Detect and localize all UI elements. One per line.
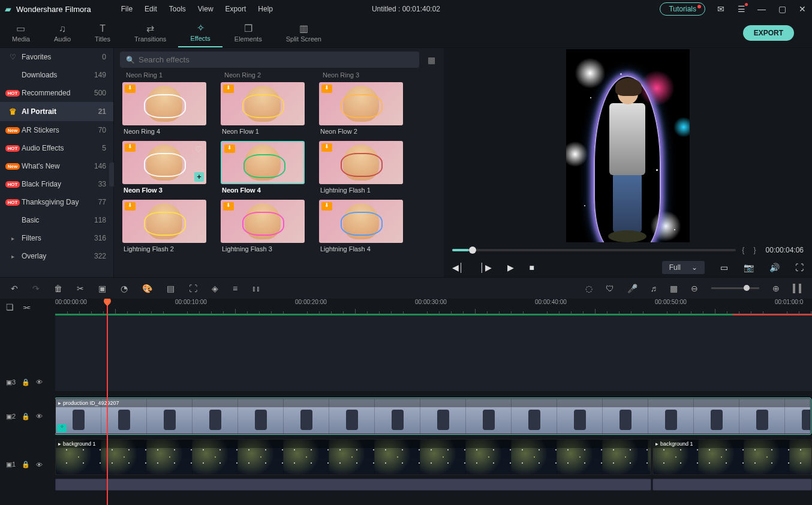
effect-thumb[interactable]: ⬇ xyxy=(221,141,305,184)
search-input[interactable] xyxy=(139,55,413,64)
add-icon[interactable]: + xyxy=(194,172,204,182)
close-icon[interactable]: ✕ xyxy=(798,4,807,14)
expand-handle-icon[interactable] xyxy=(109,163,114,187)
effect-thumb[interactable]: ⬇♡+ xyxy=(122,141,206,184)
tab-effects[interactable]: ✧Effects xyxy=(178,18,222,47)
render-icon[interactable]: ◌ xyxy=(585,284,593,293)
menu-edit[interactable]: Edit xyxy=(145,5,157,13)
lock-icon[interactable]: 🔒 xyxy=(22,378,30,386)
eye-icon[interactable]: 👁 xyxy=(36,461,43,468)
tab-elements[interactable]: ❐Elements xyxy=(222,18,274,47)
sidebar-item-black-friday[interactable]: HOTBlack Friday33 xyxy=(0,175,113,193)
clip-background-b[interactable]: ▸background 1 xyxy=(652,439,812,475)
sidebar-item-ai-portrait[interactable]: ♛AI Portrait21 xyxy=(0,102,113,121)
undo-icon[interactable]: ↶ xyxy=(11,284,18,293)
greenscreen-icon[interactable]: ▤ xyxy=(167,284,175,293)
effect-card-neon-flow-1[interactable]: ⬇Neon Flow 1 xyxy=(221,82,305,137)
timeline-ruler[interactable]: 00:00:00:0000:00:10:0000:00:20:0000:00:3… xyxy=(55,299,812,315)
effect-thumb[interactable]: ⬇ xyxy=(221,200,305,243)
menu-file[interactable]: File xyxy=(121,5,133,13)
delete-icon[interactable]: 🗑 xyxy=(54,284,62,293)
zoom-out-icon[interactable]: ⊖ xyxy=(691,284,698,293)
menu-tools[interactable]: Tools xyxy=(169,5,186,13)
sidebar-item-overlay[interactable]: ▸Overlay322 xyxy=(0,247,113,265)
sidebar-item-ar-stickers[interactable]: NewAR Stickers70 xyxy=(0,121,113,139)
sidebar-item-filters[interactable]: ▸Filters316 xyxy=(0,229,113,247)
tutorials-button[interactable]: Tutorials xyxy=(660,2,705,16)
tab-titles[interactable]: TTitles xyxy=(83,18,122,47)
effect-card-lightning-flash-4[interactable]: ⬇Lightning Flash 4 xyxy=(319,200,403,255)
eye-icon[interactable]: 👁 xyxy=(36,378,43,386)
tab-audio[interactable]: ♫Audio xyxy=(42,18,83,47)
lock-icon[interactable]: 🔒 xyxy=(22,413,30,420)
keyframe-icon[interactable]: ◈ xyxy=(212,284,218,293)
sidebar-item-basic[interactable]: Basic118 xyxy=(0,211,113,229)
quality-dropdown[interactable]: Full⌄ xyxy=(662,261,705,274)
track-head-2[interactable]: ▣2🔒👁 xyxy=(0,398,55,434)
zoom-in-icon[interactable]: ⊕ xyxy=(772,284,780,293)
snapshot-icon[interactable]: 📷 xyxy=(744,263,754,272)
voiceover-icon[interactable]: 🎤 xyxy=(627,284,637,293)
track-head-3[interactable]: ▣3🔒👁 xyxy=(0,373,55,391)
screen-icon[interactable]: ▭ xyxy=(720,263,728,272)
effect-thumb[interactable]: ⬇ xyxy=(319,141,403,184)
track-head-1[interactable]: ▣1🔒👁 xyxy=(0,439,55,490)
tasks-icon[interactable]: ☰ xyxy=(736,4,746,14)
audio-clip-a[interactable] xyxy=(55,479,651,491)
sidebar-item-thanksgiving-day[interactable]: HOTThanksgiving Day77 xyxy=(0,193,113,211)
detect-icon[interactable]: ⛶ xyxy=(189,284,197,293)
split-icon[interactable]: ✂ xyxy=(77,284,84,293)
effect-thumb[interactable]: ⬇ xyxy=(319,82,403,125)
bracket-markers-icon[interactable]: { } xyxy=(742,246,759,254)
effect-card-neon-flow-3[interactable]: ⬇♡+Neon Flow 3 xyxy=(122,141,206,196)
menu-view[interactable]: View xyxy=(198,5,213,13)
scrub-pause-icon[interactable] xyxy=(793,284,801,293)
step-back-icon[interactable]: ◀│ xyxy=(452,263,464,272)
export-button[interactable]: EXPORT xyxy=(743,25,794,41)
effect-thumb[interactable]: ⬇ xyxy=(319,200,403,243)
effect-thumb[interactable]: ⬇ xyxy=(221,82,305,125)
menu-export[interactable]: Export xyxy=(225,5,246,13)
audio-clip-b[interactable] xyxy=(652,479,812,491)
tab-splitscreen[interactable]: ▥Split Screen xyxy=(274,18,333,47)
grid-view-icon[interactable]: ▦ xyxy=(425,53,438,67)
tab-media[interactable]: ▭Media xyxy=(0,18,42,47)
volume-icon[interactable]: 🔊 xyxy=(769,263,780,272)
stop-icon[interactable]: ■ xyxy=(530,263,534,272)
play-icon[interactable]: ▶ xyxy=(507,263,514,272)
effects-sidebar[interactable]: ♡Favorites0Downloads149HOTRecommended500… xyxy=(0,48,114,277)
effect-thumb[interactable]: ⬇ xyxy=(122,82,206,125)
adjust-icon[interactable]: ≡ xyxy=(233,284,237,293)
sidebar-item-downloads[interactable]: Downloads149 xyxy=(0,66,113,84)
color-icon[interactable]: 🎨 xyxy=(142,284,152,293)
speed-icon[interactable]: ◔ xyxy=(121,284,128,293)
effect-card-lightning-flash-1[interactable]: ⬇Lightning Flash 1 xyxy=(319,141,403,196)
timeline-tracks[interactable]: 00:00:00:0000:00:10:0000:00:20:0000:00:3… xyxy=(55,299,812,505)
track-icon[interactable]: ▦ xyxy=(670,284,678,293)
effect-card-lightning-flash-3[interactable]: ⬇Lightning Flash 3 xyxy=(221,200,305,255)
marker-icon[interactable]: 🛡 xyxy=(606,284,614,293)
sidebar-item-favorites[interactable]: ♡Favorites0 xyxy=(0,48,113,66)
search-box[interactable]: 🔍 xyxy=(120,52,419,68)
menu-help[interactable]: Help xyxy=(258,5,273,13)
sidebar-item-what-s-new[interactable]: NewWhat's New146 xyxy=(0,157,113,175)
playhead[interactable] xyxy=(107,299,108,505)
sidebar-item-recommended[interactable]: HOTRecommended500 xyxy=(0,84,113,102)
zoom-slider[interactable] xyxy=(711,287,759,289)
effect-card-neon-flow-2[interactable]: ⬇Neon Flow 2 xyxy=(319,82,403,137)
ripple-icon[interactable]: ❏ xyxy=(6,302,14,312)
effect-card-neon-flow-4[interactable]: ⬇Neon Flow 4 xyxy=(221,141,305,196)
minimize-icon[interactable]: — xyxy=(757,4,766,14)
lock-icon[interactable]: 🔒 xyxy=(22,461,30,468)
audio-icon[interactable]: ⫾⫾ xyxy=(252,284,260,293)
clip-production[interactable]: ▸production ID_4929207 ✧ xyxy=(55,398,811,434)
crop-icon[interactable]: ▣ xyxy=(98,284,106,293)
magnet-icon[interactable]: ⫘ xyxy=(22,302,31,312)
preview-scrub-slider[interactable] xyxy=(452,249,736,251)
heart-icon[interactable]: ♡ xyxy=(195,145,203,154)
mixer-icon[interactable]: ♬ xyxy=(651,284,657,293)
effect-card-neon-ring-4[interactable]: ⬇Neon Ring 4 xyxy=(122,82,206,137)
maximize-icon[interactable]: ▢ xyxy=(777,4,787,14)
effect-card-lightning-flash-2[interactable]: ⬇Lightning Flash 2 xyxy=(122,200,206,255)
fullscreen-icon[interactable]: ⛶ xyxy=(795,263,804,272)
